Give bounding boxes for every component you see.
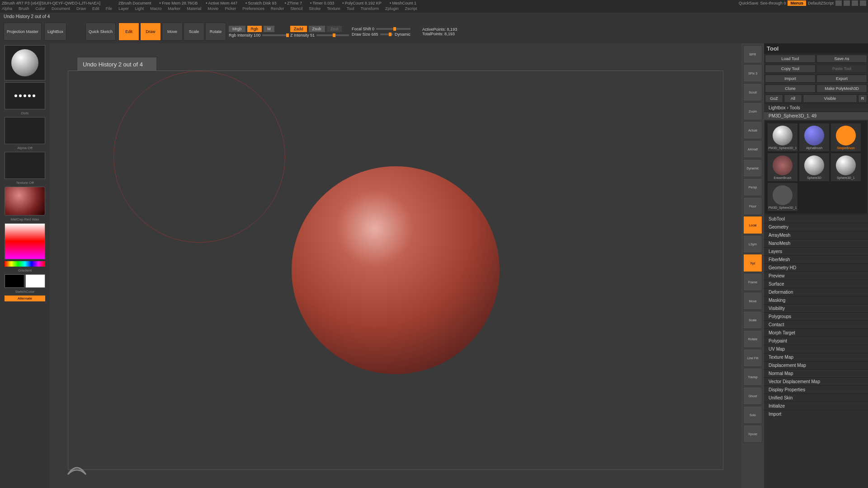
switch-color-button[interactable]: SwitchColor: [15, 290, 35, 294]
thumb-pm3d-sphere[interactable]: PM3D_Sphere3D_1: [768, 123, 797, 151]
section-subtool[interactable]: SubTool: [764, 215, 868, 223]
lightbox-button[interactable]: LightBox: [44, 23, 66, 41]
xpose-button[interactable]: Xpose: [743, 425, 762, 443]
bpr-button[interactable]: BPR: [743, 45, 762, 63]
section-preview[interactable]: Preview: [764, 272, 868, 280]
sphere-mesh[interactable]: [292, 166, 500, 374]
active-tool-label[interactable]: PM3D_Sphere3D_1. 49: [764, 112, 868, 120]
material-preview[interactable]: [5, 187, 45, 216]
menu-alpha[interactable]: Alpha: [2, 6, 12, 13]
lsym-button[interactable]: LSym: [743, 235, 762, 253]
section-deformation[interactable]: Deformation: [764, 288, 868, 296]
menu-file[interactable]: File: [106, 6, 113, 13]
dynamic-button[interactable]: Dynamic: [743, 159, 762, 177]
section-masking[interactable]: Masking: [764, 296, 868, 304]
black-swatch[interactable]: [5, 274, 24, 288]
section-nanomesh[interactable]: NanoMesh: [764, 239, 868, 247]
export-button[interactable]: Export: [816, 75, 867, 83]
zsub-button[interactable]: Zsub: [309, 26, 325, 32]
z-intensity-label[interactable]: Z Intensity 51: [290, 33, 315, 38]
menu-edit[interactable]: Edit: [92, 6, 99, 13]
quicksave-button[interactable]: QuickSave: [739, 1, 759, 5]
mrgb-button[interactable]: Mrgb: [229, 26, 245, 32]
xyz-button[interactable]: Xyz: [743, 254, 762, 272]
menu-stencil[interactable]: Stencil: [290, 6, 302, 13]
goz-visible-button[interactable]: Visible: [803, 94, 857, 103]
menu-draw[interactable]: Draw: [76, 6, 86, 13]
linefill-button[interactable]: Line Fill: [743, 349, 762, 367]
section-arraymesh[interactable]: ArrayMesh: [764, 231, 868, 239]
canvas[interactable]: [68, 70, 723, 470]
alpha-swatch[interactable]: [5, 117, 45, 144]
scroll-button[interactable]: Scroll: [743, 83, 762, 101]
m-button[interactable]: M: [264, 26, 274, 32]
aahalf-button[interactable]: AAHalf: [743, 140, 762, 158]
menu-movie[interactable]: Movie: [208, 6, 218, 13]
dynamic-label[interactable]: Dynamic: [395, 32, 410, 37]
menu-texture[interactable]: Texture: [327, 6, 340, 13]
menu-preferences[interactable]: Preferences: [242, 6, 264, 13]
section-surface[interactable]: Surface: [764, 280, 868, 288]
goz-button[interactable]: GoZ: [765, 94, 783, 103]
zadd-button[interactable]: Zadd: [290, 26, 307, 32]
rotate-nav-button[interactable]: Rotate: [743, 330, 762, 348]
thumb-pm3d-sphere-1[interactable]: PM3D_Sphere3D_1: [768, 183, 797, 211]
goz-all-button[interactable]: All: [784, 94, 802, 103]
menu-light[interactable]: Light: [135, 6, 144, 13]
help-icon[interactable]: [852, 0, 858, 6]
persp-button[interactable]: Persp: [743, 178, 762, 196]
section-initialize[interactable]: Initialize: [764, 402, 868, 410]
goz-r-button[interactable]: R: [858, 94, 867, 103]
menu-marker[interactable]: Marker: [168, 6, 180, 13]
menu-zscript[interactable]: Zscript: [405, 6, 417, 13]
texture-swatch[interactable]: [5, 152, 45, 179]
white-swatch[interactable]: [25, 274, 45, 288]
section-contact[interactable]: Contact: [764, 320, 868, 328]
menus-button[interactable]: Menus: [788, 0, 806, 6]
scale-button[interactable]: Scale: [184, 23, 204, 41]
menu-zplugin[interactable]: Zplugin: [385, 6, 399, 13]
rgb-intensity-label[interactable]: Rgb Intensity 100: [229, 33, 260, 38]
see-through-slider[interactable]: See-through 0: [760, 1, 786, 5]
save-as-button[interactable]: Save As: [816, 55, 867, 63]
alternate-button[interactable]: Alternate: [5, 296, 45, 301]
tool-preview[interactable]: [5, 45, 45, 80]
thumb-eraserbrush[interactable]: EraserBrush: [768, 153, 797, 181]
minimize-icon[interactable]: [835, 0, 842, 6]
menu-render[interactable]: Render: [271, 6, 284, 13]
thumb-simplebrush[interactable]: SimpleBrush: [831, 123, 861, 151]
draw-button[interactable]: Draw: [140, 23, 161, 41]
section-normalmap[interactable]: Normal Map: [764, 369, 868, 377]
transp-button[interactable]: Transp: [743, 368, 762, 386]
make-polymesh-button[interactable]: Make PolyMesh3D: [816, 84, 867, 93]
thumb-sphere3d-1[interactable]: Sphere3D_1: [831, 153, 861, 181]
copy-tool-button[interactable]: Copy Tool: [765, 65, 816, 73]
section-vectordisplacement[interactable]: Vector Displacement Map: [764, 377, 868, 385]
viewport[interactable]: Undo History 2 out of 4 2:59:11 PM July …: [50, 43, 741, 488]
section-displacementmap[interactable]: Displacement Map: [764, 361, 868, 369]
section-import[interactable]: Import: [764, 410, 868, 418]
menu-brush[interactable]: Brush: [19, 6, 29, 13]
frame-button[interactable]: Frame: [743, 273, 762, 291]
local-button[interactable]: Local: [743, 216, 762, 234]
section-polypaint[interactable]: Polypaint: [764, 337, 868, 345]
focal-shift-label[interactable]: Focal Shift 0: [352, 27, 374, 31]
move-button[interactable]: Move: [162, 23, 183, 41]
default-script[interactable]: DefaultZScript: [808, 1, 834, 5]
menu-macro[interactable]: Macro: [150, 6, 161, 13]
lightbox-tools-label[interactable]: Lightbox › Tools: [764, 103, 868, 112]
clone-button[interactable]: Clone: [765, 84, 816, 93]
color-picker[interactable]: [5, 223, 45, 259]
gradient-label[interactable]: Gradient: [18, 268, 32, 272]
move-nav-button[interactable]: Move: [743, 292, 762, 310]
section-polygroups[interactable]: Polygroups: [764, 312, 868, 320]
section-layers[interactable]: Layers: [764, 247, 868, 255]
menu-document[interactable]: Document: [52, 6, 70, 13]
solo-button[interactable]: Solo: [743, 406, 762, 424]
edit-button[interactable]: Edit: [118, 23, 139, 41]
hue-strip[interactable]: [5, 261, 45, 267]
menu-layer[interactable]: Layer: [118, 6, 129, 13]
thumb-alphabrush[interactable]: AlphaBrush: [799, 123, 829, 151]
draw-size-label[interactable]: Draw Size 685: [352, 32, 378, 37]
paste-tool-button[interactable]: Paste Tool: [816, 65, 867, 73]
